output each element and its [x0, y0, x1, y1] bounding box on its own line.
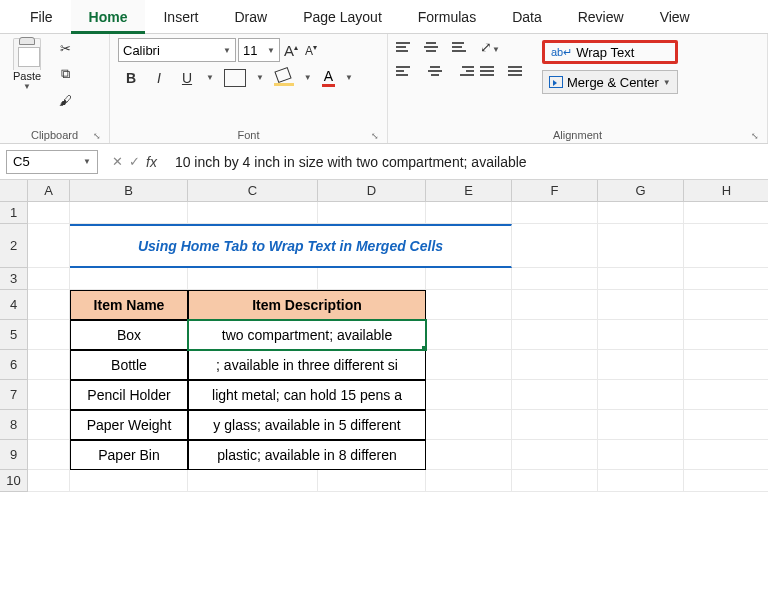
cell[interactable]	[512, 380, 598, 410]
spreadsheet-grid[interactable]: ABCDEFGH 12345678910 Using Home Tab to W…	[0, 180, 768, 608]
fx-button[interactable]: fx	[146, 154, 157, 170]
table-header-desc[interactable]: Item Description	[188, 290, 426, 320]
column-header-H[interactable]: H	[684, 180, 768, 202]
row-header-1[interactable]: 1	[0, 202, 28, 224]
cell[interactable]	[512, 290, 598, 320]
cell[interactable]	[28, 470, 70, 492]
copy-button[interactable]: ⧉	[54, 64, 76, 84]
cell[interactable]	[70, 470, 188, 492]
cell[interactable]	[598, 320, 684, 350]
cell[interactable]	[512, 224, 598, 268]
cell[interactable]	[684, 470, 768, 492]
cell[interactable]	[684, 320, 768, 350]
merge-dropdown-icon[interactable]: ▼	[663, 78, 671, 87]
borders-dropdown-icon[interactable]: ▼	[256, 73, 264, 82]
font-size-select[interactable]: 11▼	[238, 38, 280, 62]
tab-file[interactable]: File	[12, 0, 71, 34]
underline-dropdown-icon[interactable]: ▼	[206, 73, 214, 82]
font-launcher-icon[interactable]: ⤡	[371, 131, 379, 141]
tab-draw[interactable]: Draw	[216, 0, 285, 34]
row-header-10[interactable]: 10	[0, 470, 28, 492]
cell[interactable]	[512, 202, 598, 224]
cell[interactable]	[70, 268, 188, 290]
table-cell-name[interactable]: Bottle	[70, 350, 188, 380]
cell[interactable]	[188, 268, 318, 290]
select-all-corner[interactable]	[0, 180, 28, 202]
increase-font-button[interactable]: A▴	[282, 42, 300, 59]
cell[interactable]	[598, 290, 684, 320]
row-header-3[interactable]: 3	[0, 268, 28, 290]
cell[interactable]	[512, 320, 598, 350]
cell[interactable]	[28, 410, 70, 440]
cell[interactable]	[426, 268, 512, 290]
font-color-dropdown-icon[interactable]: ▼	[345, 73, 353, 82]
table-cell-desc[interactable]: light metal; can hold 15 pens a	[188, 380, 426, 410]
cell[interactable]	[512, 410, 598, 440]
align-middle-button[interactable]	[424, 38, 446, 56]
font-name-select[interactable]: Calibri▼	[118, 38, 236, 62]
column-header-D[interactable]: D	[318, 180, 426, 202]
cell[interactable]	[512, 470, 598, 492]
row-header-8[interactable]: 8	[0, 410, 28, 440]
cell[interactable]	[684, 410, 768, 440]
cell[interactable]	[318, 202, 426, 224]
tab-view[interactable]: View	[642, 0, 708, 34]
table-cell-desc[interactable]: y glass; available in 5 different	[188, 410, 426, 440]
cell[interactable]	[28, 320, 70, 350]
cell[interactable]	[188, 202, 318, 224]
cell[interactable]	[684, 440, 768, 470]
column-header-A[interactable]: A	[28, 180, 70, 202]
orientation-button[interactable]: ⤢▼	[480, 39, 500, 55]
paste-button[interactable]: Paste ▼	[8, 38, 46, 91]
decrease-font-button[interactable]: A▾	[302, 43, 320, 58]
borders-button[interactable]	[224, 69, 246, 87]
cell[interactable]	[70, 202, 188, 224]
cell[interactable]	[426, 202, 512, 224]
table-cell-name[interactable]: Box	[70, 320, 188, 350]
cell[interactable]	[684, 290, 768, 320]
cell[interactable]	[426, 410, 512, 440]
cell[interactable]	[426, 320, 512, 350]
column-header-C[interactable]: C	[188, 180, 318, 202]
align-left-button[interactable]	[396, 62, 418, 80]
cell[interactable]	[598, 380, 684, 410]
wrap-text-button[interactable]: ab↵ Wrap Text	[542, 40, 678, 64]
cell[interactable]	[598, 202, 684, 224]
cell[interactable]	[28, 202, 70, 224]
column-header-G[interactable]: G	[598, 180, 684, 202]
align-bottom-button[interactable]	[452, 38, 474, 56]
align-top-button[interactable]	[396, 38, 418, 56]
table-cell-name[interactable]: Pencil Holder	[70, 380, 188, 410]
cell[interactable]	[684, 380, 768, 410]
column-header-E[interactable]: E	[426, 180, 512, 202]
cut-button[interactable]: ✂	[54, 38, 76, 58]
cell[interactable]	[598, 350, 684, 380]
cell[interactable]	[684, 350, 768, 380]
row-header-2[interactable]: 2	[0, 224, 28, 268]
cancel-formula-button[interactable]: ✕	[112, 154, 123, 169]
cell[interactable]	[598, 470, 684, 492]
merge-center-button[interactable]: Merge & Center ▼	[542, 70, 678, 94]
cell[interactable]	[28, 350, 70, 380]
tab-page-layout[interactable]: Page Layout	[285, 0, 400, 34]
table-cell-name[interactable]: Paper Bin	[70, 440, 188, 470]
cell[interactable]	[512, 350, 598, 380]
table-title[interactable]: Using Home Tab to Wrap Text in Merged Ce…	[70, 224, 512, 268]
tab-data[interactable]: Data	[494, 0, 560, 34]
table-cell-name[interactable]: Paper Weight	[70, 410, 188, 440]
cell[interactable]	[318, 268, 426, 290]
table-cell-desc[interactable]: two compartment; available	[188, 320, 426, 350]
italic-button[interactable]: I	[150, 70, 168, 86]
cell[interactable]	[684, 224, 768, 268]
tab-insert[interactable]: Insert	[145, 0, 216, 34]
table-cell-desc[interactable]: ; available in three different si	[188, 350, 426, 380]
format-painter-button[interactable]: 🖌	[54, 90, 76, 110]
alignment-launcher-icon[interactable]: ⤡	[751, 131, 759, 141]
cell[interactable]	[426, 380, 512, 410]
name-box[interactable]: C5▼	[6, 150, 98, 174]
decrease-indent-button[interactable]	[480, 62, 502, 80]
column-header-B[interactable]: B	[70, 180, 188, 202]
cell[interactable]	[598, 440, 684, 470]
tab-formulas[interactable]: Formulas	[400, 0, 494, 34]
row-header-4[interactable]: 4	[0, 290, 28, 320]
